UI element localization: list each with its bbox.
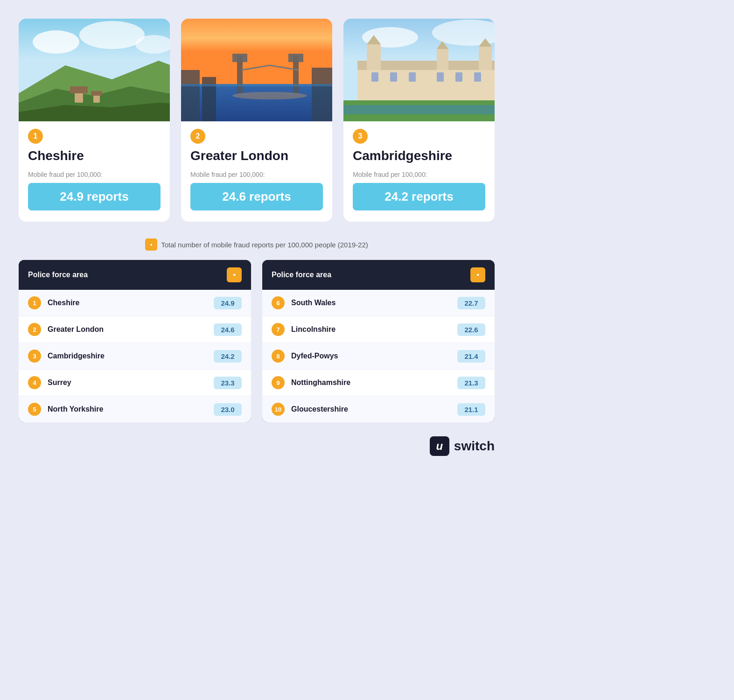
table-row: 9 Nottinghamshire 21.3 [262, 370, 495, 396]
row-rank-10: 10 [272, 403, 285, 416]
reports-badge-cambridge: 24.2 reports [353, 183, 485, 210]
row-name-10: Gloucestershire [291, 405, 457, 413]
card-cheshire: 1 Cheshire Mobile fraud per 100,000: 24.… [19, 19, 170, 222]
card-subtitle-cambridge: Mobile fraud per 100,000: [353, 171, 485, 178]
rank-badge-3: 3 [353, 129, 368, 144]
card-content-cambridge: 3 Cambridgeshire Mobile fraud per 100,00… [343, 121, 495, 210]
left-table-header: Police force area ▪ [19, 260, 251, 290]
card-title-cambridge: Cambridgeshire [353, 148, 485, 163]
card-image-cambridge [343, 19, 495, 121]
table-row: 1 Cheshire 24.9 [19, 290, 251, 316]
row-value-10: 21.1 [457, 403, 485, 416]
table-row: 6 South Wales 22.7 [262, 290, 495, 316]
reports-badge-cheshire: 24.9 reports [28, 183, 161, 210]
svg-rect-39 [474, 72, 481, 82]
row-rank-9: 9 [272, 376, 285, 389]
row-value-8: 21.4 [457, 350, 485, 363]
reports-badge-london: 24.6 reports [190, 183, 323, 210]
svg-rect-32 [479, 47, 492, 70]
card-title-cheshire: Cheshire [28, 148, 161, 163]
svg-rect-41 [343, 105, 495, 114]
svg-rect-16 [288, 54, 303, 62]
row-name-1: Cheshire [48, 299, 214, 307]
row-rank-6: 6 [272, 296, 285, 309]
table-row: 3 Cambridgeshire 24.2 [19, 343, 251, 370]
card-subtitle-london: Mobile fraud per 100,000: [190, 171, 323, 178]
table-row: 8 Dyfed-Powys 21.4 [262, 343, 495, 370]
card-content-cheshire: 1 Cheshire Mobile fraud per 100,000: 24.… [19, 121, 170, 210]
svg-rect-21 [181, 84, 332, 86]
right-table-header-icon: ▪ [470, 267, 485, 282]
row-rank-1: 1 [28, 296, 41, 309]
right-table-header: Police force area ▪ [262, 260, 495, 290]
row-value-7: 22.6 [457, 323, 485, 336]
chart-note: ▪ Total number of mobile fraud reports p… [19, 238, 495, 251]
svg-point-2 [79, 21, 145, 49]
card-title-london: Greater London [190, 148, 323, 163]
rank-badge-2: 2 [190, 129, 205, 144]
row-rank-2: 2 [28, 323, 41, 336]
row-name-2: Greater London [48, 325, 214, 334]
table-row: 5 North Yorkshire 23.0 [19, 396, 251, 422]
rank-badge-1: 1 [28, 129, 43, 144]
svg-rect-18 [202, 77, 216, 121]
svg-rect-10 [91, 91, 102, 96]
row-value-4: 23.3 [214, 377, 242, 389]
left-table-header-label: Police force area [28, 271, 88, 279]
row-value-2: 24.6 [214, 323, 242, 336]
svg-rect-34 [371, 72, 378, 82]
row-value-6: 22.7 [457, 297, 485, 309]
row-rank-4: 4 [28, 376, 41, 389]
row-value-5: 23.0 [214, 403, 242, 416]
card-london: 2 Greater London Mobile fraud per 100,00… [181, 19, 332, 222]
svg-rect-11 [181, 19, 332, 84]
card-image-london [181, 19, 332, 121]
svg-rect-35 [390, 72, 397, 82]
table-row: 2 Greater London 24.6 [19, 316, 251, 343]
chart-icon: ▪ [145, 238, 157, 251]
row-name-9: Nottinghamshire [291, 378, 457, 387]
row-name-8: Dyfed-Powys [291, 352, 457, 360]
svg-rect-17 [181, 70, 200, 121]
card-image-cheshire [19, 19, 170, 121]
svg-rect-38 [455, 72, 462, 82]
row-rank-3: 3 [28, 350, 41, 363]
svg-rect-37 [437, 72, 444, 82]
row-name-3: Cambridgeshire [48, 352, 214, 360]
svg-point-22 [232, 92, 307, 99]
row-rank-7: 7 [272, 323, 285, 336]
row-name-7: Lincolnshire [291, 325, 457, 334]
right-table-header-label: Police force area [272, 271, 331, 279]
left-table-header-icon: ▪ [227, 267, 242, 282]
svg-rect-19 [312, 68, 332, 121]
table-row: 7 Lincolnshire 22.6 [262, 316, 495, 343]
row-value-1: 24.9 [214, 297, 242, 309]
svg-rect-8 [70, 86, 88, 93]
card-content-london: 2 Greater London Mobile fraud per 100,00… [181, 121, 332, 210]
uswitch-logo: u switch [19, 436, 495, 456]
row-name-4: Surrey [48, 378, 214, 387]
left-table: Police force area ▪ 1 Cheshire 24.9 2 Gr… [19, 260, 251, 422]
table-row: 10 Gloucestershire 21.1 [262, 396, 495, 422]
row-value-9: 21.3 [457, 377, 485, 389]
svg-rect-28 [367, 44, 381, 70]
row-rank-8: 8 [272, 350, 285, 363]
table-row: 4 Surrey 23.3 [19, 370, 251, 396]
row-name-5: North Yorkshire [48, 405, 214, 413]
svg-rect-36 [409, 72, 416, 82]
tables-section: Police force area ▪ 1 Cheshire 24.9 2 Gr… [19, 260, 495, 422]
svg-rect-15 [232, 54, 247, 62]
row-value-3: 24.2 [214, 350, 242, 363]
svg-rect-30 [437, 49, 448, 70]
row-name-6: South Wales [291, 299, 457, 307]
svg-point-1 [33, 30, 79, 54]
chart-note-text: Total number of mobile fraud reports per… [161, 241, 368, 249]
row-rank-5: 5 [28, 403, 41, 416]
top-cards-section: 1 Cheshire Mobile fraud per 100,000: 24.… [19, 19, 495, 222]
right-table: Police force area ▪ 6 South Wales 22.7 7… [262, 260, 495, 422]
uswitch-text: switch [454, 439, 495, 454]
card-cambridge: 3 Cambridgeshire Mobile fraud per 100,00… [343, 19, 495, 222]
card-subtitle-cheshire: Mobile fraud per 100,000: [28, 171, 161, 178]
uswitch-u-letter: u [430, 436, 449, 456]
